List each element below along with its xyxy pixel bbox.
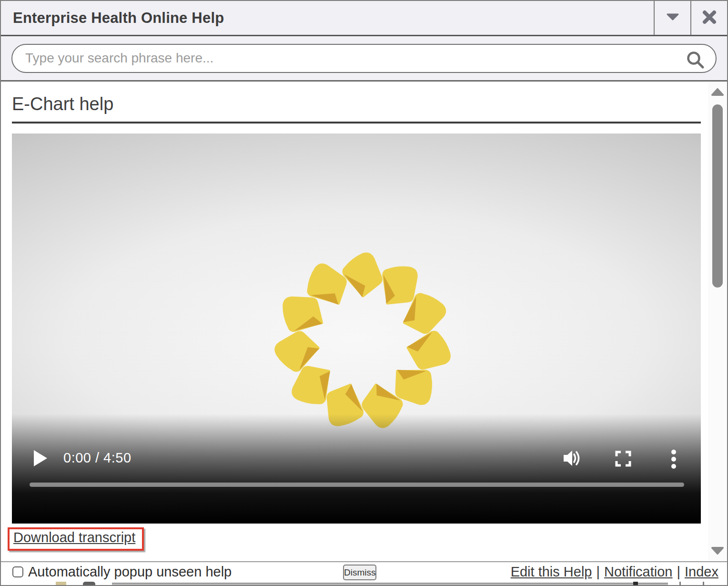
- dismiss-button[interactable]: Dismiss: [343, 565, 376, 580]
- video-controls: 0:00 / 4:50: [12, 414, 701, 524]
- download-transcript-link[interactable]: Download transcript: [13, 530, 135, 545]
- auto-popup-checkbox[interactable]: [12, 566, 23, 577]
- link-separator: |: [677, 564, 681, 579]
- fullscreen-icon[interactable]: [615, 451, 631, 469]
- video-time: 0:00 / 4:50: [63, 450, 131, 466]
- close-button[interactable]: [690, 1, 727, 35]
- window-title: Enterprise Health Online Help: [1, 1, 654, 35]
- overflow-menu-icon[interactable]: [671, 449, 677, 471]
- video-progress-bar[interactable]: [30, 483, 684, 487]
- video-player[interactable]: 0:00 / 4:50: [12, 134, 701, 524]
- footer-links: Edit this Help|Notification|Index: [511, 564, 718, 580]
- cutoff-element: [703, 582, 704, 585]
- page-title: E-Chart help: [12, 94, 727, 114]
- footer-bar: Automatically popup unseen help Dismiss …: [1, 561, 727, 582]
- title-bar: Enterprise Health Online Help: [1, 1, 727, 36]
- volume-icon[interactable]: [563, 450, 582, 469]
- cutoff-element: [56, 582, 66, 585]
- search-bar-row: [1, 36, 727, 82]
- vertical-scrollbar[interactable]: [708, 82, 727, 561]
- scroll-up-icon[interactable]: [711, 88, 724, 98]
- cutoff-element: [679, 582, 681, 585]
- search-icon[interactable]: [686, 51, 705, 72]
- play-button[interactable]: [33, 450, 48, 469]
- scroll-down-icon[interactable]: [711, 547, 724, 556]
- notification-link[interactable]: Notification: [604, 564, 672, 579]
- collapse-button[interactable]: [654, 1, 690, 35]
- auto-popup-label: Automatically popup unseen help: [28, 564, 232, 580]
- cutoff-element: [112, 583, 668, 585]
- transcript-highlight-box: Download transcript: [8, 527, 144, 551]
- search-input[interactable]: [12, 51, 716, 66]
- loading-spinner-icon: [271, 249, 455, 435]
- close-icon: [702, 10, 717, 27]
- cutoff-element: [633, 582, 638, 585]
- underlying-page-sliver: [1, 582, 727, 585]
- help-dialog-window: Enterprise Health Online Help: [0, 0, 728, 586]
- heading-divider: [12, 122, 701, 123]
- search-field[interactable]: [11, 44, 717, 73]
- help-content: E-Chart help: [1, 82, 727, 561]
- chevron-down-icon: [667, 13, 679, 22]
- edit-this-help-link[interactable]: Edit this Help: [511, 564, 592, 579]
- cutoff-element: [83, 582, 95, 585]
- scrollbar-thumb[interactable]: [712, 104, 723, 288]
- index-link[interactable]: Index: [685, 564, 718, 579]
- link-separator: |: [596, 564, 600, 579]
